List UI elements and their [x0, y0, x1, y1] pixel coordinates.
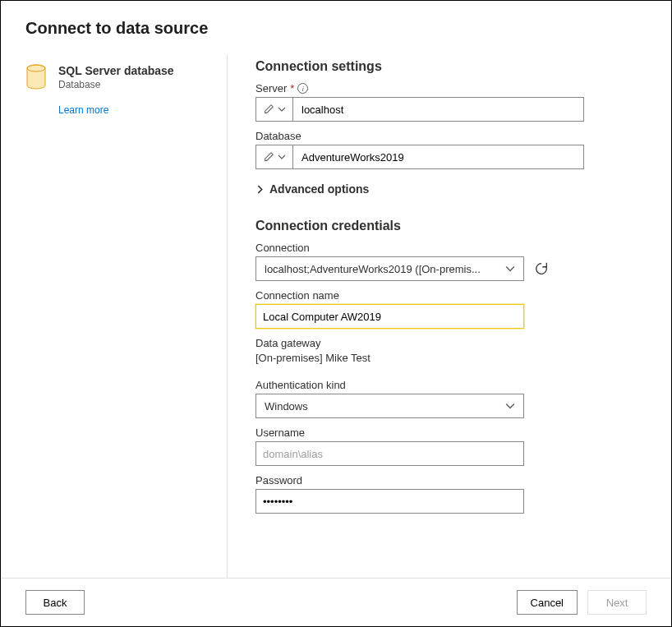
chevron-down-icon: [278, 153, 286, 161]
data-gateway-value: [On-premises] Mike Test: [255, 352, 647, 364]
pencil-icon: [263, 104, 274, 115]
data-gateway-label: Data gateway: [255, 337, 647, 349]
main-panel: Connection settings Server * i Database: [228, 54, 647, 578]
connection-credentials-heading: Connection credentials: [255, 219, 647, 233]
password-label: Password: [255, 474, 647, 486]
connection-label: Connection: [255, 242, 647, 254]
chevron-down-icon: [278, 105, 286, 113]
auth-kind-select[interactable]: Windows: [255, 394, 524, 418]
refresh-icon: [534, 261, 549, 276]
server-edit-mode-dropdown[interactable]: [255, 97, 292, 122]
database-icon: [25, 64, 48, 93]
chevron-right-icon: [255, 185, 265, 194]
chevron-down-icon: [505, 264, 515, 274]
username-label: Username: [255, 426, 647, 439]
database-edit-mode-dropdown[interactable]: [255, 145, 292, 169]
info-icon[interactable]: i: [297, 83, 308, 94]
database-input[interactable]: [292, 145, 584, 169]
chevron-down-icon: [505, 401, 515, 411]
password-input[interactable]: [255, 489, 524, 514]
refresh-button[interactable]: [534, 261, 549, 276]
connection-name-label: Connection name: [255, 289, 647, 302]
database-label: Database: [255, 130, 647, 142]
sidebar: SQL Server database Database Learn more: [25, 54, 228, 578]
server-input[interactable]: [292, 97, 584, 122]
cancel-button[interactable]: Cancel: [517, 590, 578, 615]
required-asterisk: *: [290, 82, 294, 95]
connection-settings-heading: Connection settings: [255, 59, 647, 74]
footer: Back Cancel Next: [1, 578, 671, 626]
advanced-options-toggle[interactable]: Advanced options: [255, 182, 647, 196]
back-button[interactable]: Back: [25, 590, 85, 615]
auth-kind-label: Authentication kind: [255, 379, 647, 391]
next-button: Next: [587, 590, 647, 615]
username-input[interactable]: [255, 441, 524, 466]
datasource-title: SQL Server database: [58, 64, 174, 77]
pencil-icon: [263, 151, 274, 163]
connection-select[interactable]: localhost;AdventureWorks2019 ([On-premis…: [255, 256, 524, 281]
page-title: Connect to data source: [25, 19, 647, 38]
datasource-subtitle: Database: [58, 79, 174, 90]
learn-more-link[interactable]: Learn more: [58, 104, 227, 116]
connection-name-input[interactable]: [255, 304, 524, 329]
server-label: Server * i: [255, 82, 647, 95]
